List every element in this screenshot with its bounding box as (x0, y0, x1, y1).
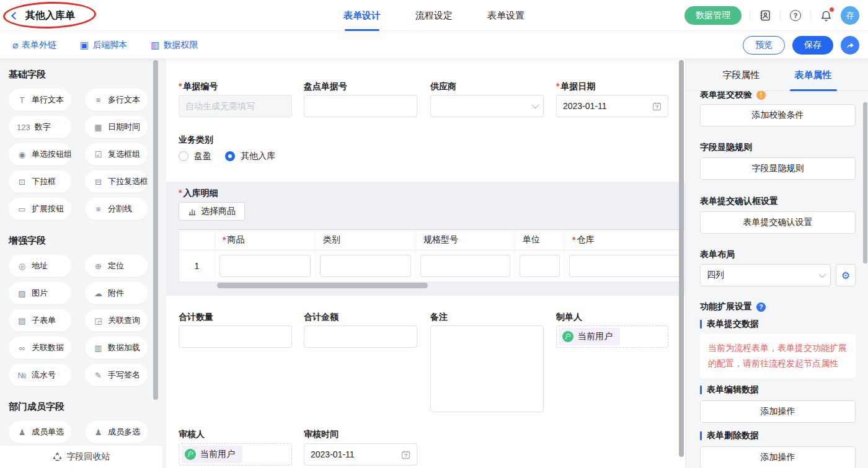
section-title-enhanced-fields: 增强字段 (9, 235, 154, 247)
doc-no-input[interactable] (179, 95, 292, 117)
detail-column-unit: 单位 (515, 230, 565, 250)
form-designer-app: 其他入库单 表单设计 流程设定 表单设置 数据管理 ? (0, 0, 868, 468)
supplier-select[interactable] (430, 95, 544, 117)
tab-flow-setting[interactable]: 流程设定 (415, 0, 453, 31)
field-recycle-bin[interactable]: 字段回收站 (0, 445, 162, 468)
data-permission-link[interactable]: ▥ 数据权限 (151, 40, 198, 51)
detail-table-hscrollbar[interactable] (217, 283, 428, 288)
sidebar-item-signature[interactable]: ✎手写签名 (85, 364, 148, 386)
sidebar-item-related-data[interactable]: ∞关联数据 (9, 337, 71, 359)
sidebar-item-serial-number[interactable]: №流水号 (9, 364, 71, 386)
creator-field[interactable]: 户 当前用户 (556, 325, 668, 348)
preview-button[interactable]: 预览 (743, 36, 785, 55)
sidebar-item-member-single[interactable]: ♟成员单选 (9, 421, 71, 443)
sidebar-item-member-multi[interactable]: ♟成员多选 (85, 421, 148, 443)
detail-table-row: 1 (179, 250, 684, 281)
sidebar-item-radio-group[interactable]: ◉单选按钮组 (9, 143, 71, 166)
sidebar-item-label: 子表单 (32, 315, 56, 326)
detail-cell-input-spec[interactable] (420, 255, 510, 277)
field-label-biz-type: 业务类别 (179, 135, 213, 146)
sidebar-item-label: 日期时间 (108, 121, 140, 133)
sidebar-item-subform[interactable]: ▤子表单 (9, 309, 71, 332)
tab-field-properties[interactable]: 字段属性 (723, 59, 760, 91)
help-icon[interactable]: ? (789, 9, 802, 22)
detail-cell-input-category[interactable] (320, 255, 411, 277)
user-avatar[interactable]: 存 (841, 6, 859, 25)
field-label-doc-date: *单据日期 (556, 81, 595, 92)
sidebar-item-select[interactable]: ⊡下拉框 (9, 170, 71, 193)
sidebar-item-label: 成员多选 (108, 426, 140, 438)
back-icon[interactable] (11, 12, 19, 20)
save-button[interactable]: 保存 (792, 36, 833, 55)
share-arrow-icon (846, 41, 854, 50)
panel-scrollbar[interactable] (863, 102, 867, 263)
check-no-input[interactable] (304, 95, 417, 117)
section-bar (700, 320, 702, 329)
sidebar-item-checkbox-group[interactable]: ☑复选框组 (85, 143, 148, 166)
canvas-scrollbar[interactable] (679, 60, 684, 457)
tab-form-properties[interactable]: 表单属性 (795, 59, 832, 91)
sidebar-item-image[interactable]: ▨图片 (9, 282, 71, 304)
submit-confirm-button[interactable]: 表单提交确认设置 (700, 211, 856, 234)
calendar-icon (652, 102, 662, 111)
sidebar-item-label: 手写签名 (108, 369, 140, 381)
data-manage-button[interactable]: 数据管理 (684, 6, 742, 25)
notification-bell-icon[interactable] (819, 9, 833, 22)
layout-settings-button[interactable]: ⚙ (836, 264, 856, 286)
section-title-member-fields: 部门成员字段 (9, 401, 154, 413)
sidebar-item-multi-select[interactable]: ⊟下拉复选框 (85, 170, 148, 193)
radio-option-other-inbound[interactable]: 其他入库 (225, 151, 275, 162)
number-icon: 123 (17, 123, 30, 132)
select-product-button[interactable]: 选择商品 (179, 202, 245, 221)
field-label-creator: 制单人 (556, 312, 582, 323)
detail-table-header: *商品类别规格型号单位*仓库 (179, 230, 684, 250)
field-label-detail: *入库明细 (179, 188, 218, 199)
detail-cell-input-warehouse[interactable] (569, 255, 684, 277)
tab-form-setting[interactable]: 表单设置 (487, 0, 525, 31)
share-button[interactable] (841, 36, 859, 55)
gear-icon: ⚙ (841, 270, 850, 281)
auditor-field[interactable]: 户 当前用户 (179, 443, 292, 466)
sidebar-item-attachment[interactable]: ☁附件 (85, 282, 148, 304)
add-validation-button[interactable]: 添加校验条件 (700, 104, 856, 126)
radio-group-icon: ◉ (17, 150, 27, 159)
doc-date-input[interactable]: 2023-01-11 (556, 95, 668, 117)
sidebar-item-label: 单选按钮组 (32, 149, 71, 160)
sidebar-item-text-single[interactable]: T单行文本 (9, 89, 71, 111)
detail-table: *商品类别规格型号单位*仓库 1 (179, 229, 685, 282)
form-canvas: *单据编号 盘点单据号 供应商 *单据日期 2023-01-11 业务类别 盘盈… (166, 59, 685, 468)
field-label-total-qty: 合计数量 (179, 312, 213, 323)
detail-cell-input-product[interactable] (219, 255, 311, 277)
divider (810, 11, 811, 20)
sidebar-item-extend-button[interactable]: ▭扩展按钮 (9, 198, 71, 220)
sidebar-item-number[interactable]: 123数字 (9, 116, 71, 138)
subsection-edit-data: 表单编辑数据 (700, 384, 759, 395)
detail-cell-input-unit[interactable] (520, 255, 560, 277)
edit-data-add-button[interactable]: 添加操作 (700, 400, 856, 423)
help-badge-icon[interactable]: ? (756, 302, 766, 312)
radio-option-panying[interactable]: 盘盈 (179, 151, 211, 162)
backend-script-link[interactable]: ▣ 后端脚本 (80, 40, 127, 51)
sidebar-item-address[interactable]: ◎地址 (9, 255, 71, 277)
sidebar-scrollbar[interactable] (153, 60, 158, 400)
sidebar-item-related-query[interactable]: ◲关联查询 (85, 309, 148, 332)
tab-form-design[interactable]: 表单设计 (343, 0, 381, 31)
total-amt-input[interactable] (304, 325, 417, 348)
form-external-link[interactable]: ⌀ 表单外链 (12, 40, 56, 51)
visibility-rules-button[interactable]: 字段显隐规则 (700, 157, 856, 180)
sidebar-item-divider[interactable]: ≡分割线 (85, 198, 148, 220)
section-bar (700, 431, 702, 440)
audit-time-input[interactable]: 2023-01-11 (304, 443, 417, 466)
contacts-book-icon[interactable] (758, 9, 772, 22)
total-qty-input[interactable] (179, 325, 292, 348)
sidebar-item-data-load[interactable]: ▥数据加载 (85, 337, 148, 359)
delete-data-add-button[interactable]: 添加操作 (700, 446, 856, 468)
sidebar-item-datetime[interactable]: ▦日期时间 (85, 116, 148, 138)
sidebar-item-text-multi[interactable]: ≡多行文本 (85, 89, 148, 111)
layout-select[interactable]: 四列 (700, 264, 831, 286)
data-load-icon: ▥ (93, 343, 104, 353)
remark-textarea[interactable] (430, 325, 544, 412)
sidebar-item-location[interactable]: ⊕定位 (85, 255, 148, 277)
address-icon: ◎ (17, 262, 27, 271)
datetime-icon: ▦ (93, 123, 104, 132)
